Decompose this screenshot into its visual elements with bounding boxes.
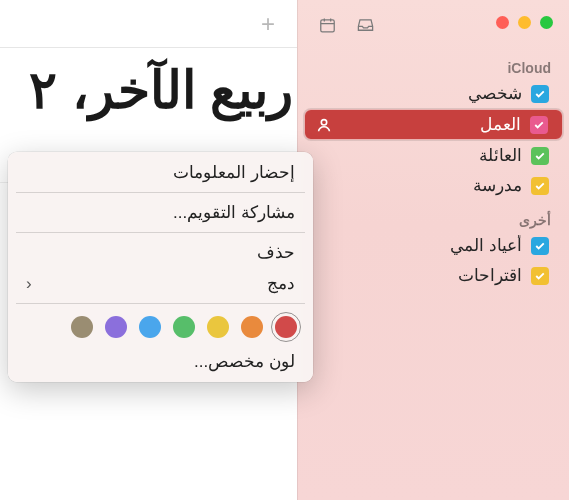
checkbox-icon[interactable] (531, 237, 549, 255)
calendar-row-school[interactable]: مدرسة (304, 171, 563, 200)
menu-merge[interactable]: دمج ‹ (8, 268, 313, 299)
inbox-icon[interactable] (346, 12, 384, 38)
close-window-button[interactable] (496, 16, 509, 29)
menu-item-label: حذف (257, 242, 295, 263)
svg-point-1 (321, 119, 326, 124)
calendar-label: العائلة (314, 145, 522, 166)
color-swatch-row (8, 308, 313, 346)
context-menu: إحضار المعلومات مشاركة التقويم... حذف دم… (8, 152, 313, 382)
sidebar: iCloud شخصي العمل العائلة مدرسة أخرى أعي… (297, 0, 569, 500)
color-swatch-red[interactable] (275, 316, 297, 338)
date-heading-area: ربيع الآخر، ٢ (0, 48, 297, 120)
calendar-label: العمل (342, 114, 521, 135)
minimize-window-button[interactable] (518, 16, 531, 29)
calendar-row-family[interactable]: العائلة (304, 141, 563, 170)
zoom-window-button[interactable] (540, 16, 553, 29)
calendar-row-birthdays[interactable]: أعياد المي (304, 231, 563, 260)
section-other: أخرى (298, 208, 569, 230)
add-event-button[interactable]: + (253, 11, 283, 37)
checkbox-icon[interactable] (531, 177, 549, 195)
color-swatch-purple[interactable] (105, 316, 127, 338)
menu-separator (16, 232, 305, 233)
color-swatch-yellow[interactable] (207, 316, 229, 338)
calendar-row-work[interactable]: العمل (304, 109, 563, 140)
menu-separator (16, 192, 305, 193)
calendar-label: أعياد المي (314, 235, 522, 256)
menu-item-label: لون مخصص... (194, 351, 295, 372)
svg-rect-0 (320, 19, 333, 31)
menu-item-label: مشاركة التقويم... (173, 202, 295, 223)
calendar-label: اقتراحات (314, 265, 522, 286)
calendar-list: iCloud شخصي العمل العائلة مدرسة أخرى أعي… (298, 0, 569, 290)
color-swatch-brown[interactable] (71, 316, 93, 338)
checkbox-icon[interactable] (531, 267, 549, 285)
main-toolbar: + (0, 0, 297, 48)
checkbox-icon[interactable] (531, 85, 549, 103)
calendar-row-personal[interactable]: شخصي (304, 79, 563, 108)
calendar-icon[interactable] (308, 12, 346, 38)
sidebar-toolbar (308, 12, 384, 38)
color-swatch-blue[interactable] (139, 316, 161, 338)
menu-get-info[interactable]: إحضار المعلومات (8, 157, 313, 188)
chevron-left-icon: ‹ (26, 274, 32, 294)
checkbox-icon[interactable] (531, 147, 549, 165)
color-swatch-green[interactable] (173, 316, 195, 338)
color-swatch-orange[interactable] (241, 316, 263, 338)
menu-item-label: إحضار المعلومات (173, 162, 295, 183)
menu-custom-color[interactable]: لون مخصص... (8, 346, 313, 377)
checkbox-icon[interactable] (530, 116, 548, 134)
menu-share-calendar[interactable]: مشاركة التقويم... (8, 197, 313, 228)
menu-item-label: دمج (267, 273, 295, 294)
menu-separator (16, 303, 305, 304)
menu-delete[interactable]: حذف (8, 237, 313, 268)
window-controls (496, 16, 553, 29)
section-icloud: iCloud (298, 56, 569, 78)
date-title: ربيع الآخر، ٢ (0, 60, 297, 120)
shared-icon (315, 116, 333, 134)
calendar-label: شخصي (314, 83, 522, 104)
calendar-row-suggestions[interactable]: اقتراحات (304, 261, 563, 290)
calendar-label: مدرسة (314, 175, 522, 196)
